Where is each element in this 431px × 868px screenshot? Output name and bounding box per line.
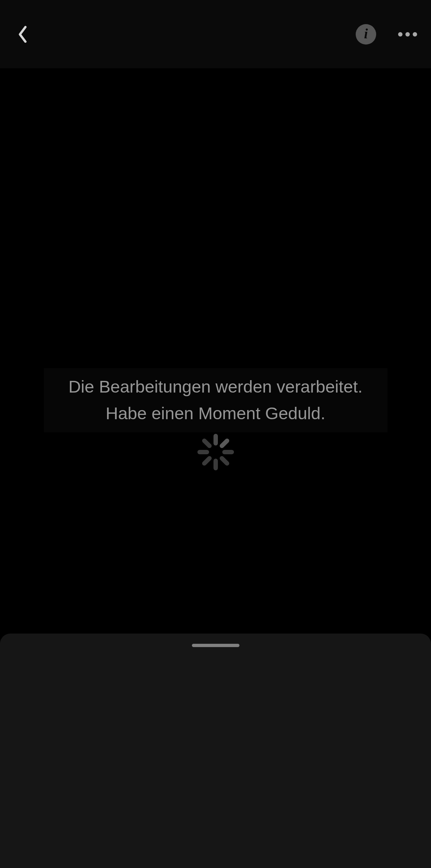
header-left	[14, 26, 31, 43]
loading-spinner	[197, 434, 234, 470]
bottom-panel[interactable]	[0, 634, 431, 868]
chevron-left-icon	[17, 25, 29, 43]
processing-text-line-1: Die Bearbeitungen werden verarbeitet.	[44, 374, 387, 400]
spinner-icon	[197, 434, 234, 470]
more-options-button[interactable]	[398, 32, 417, 37]
processing-text-line-2: Habe einen Moment Geduld.	[44, 400, 387, 427]
header-right: i	[356, 24, 417, 45]
ellipsis-icon	[405, 32, 410, 37]
back-button[interactable]	[14, 26, 31, 43]
drag-handle[interactable]	[192, 644, 239, 647]
ellipsis-icon	[398, 32, 402, 37]
ellipsis-icon	[413, 32, 417, 37]
info-icon: i	[364, 27, 368, 41]
header-bar: i	[0, 0, 431, 68]
processing-message: Die Bearbeitungen werden verarbeitet. Ha…	[44, 368, 387, 432]
info-button[interactable]: i	[356, 24, 376, 45]
